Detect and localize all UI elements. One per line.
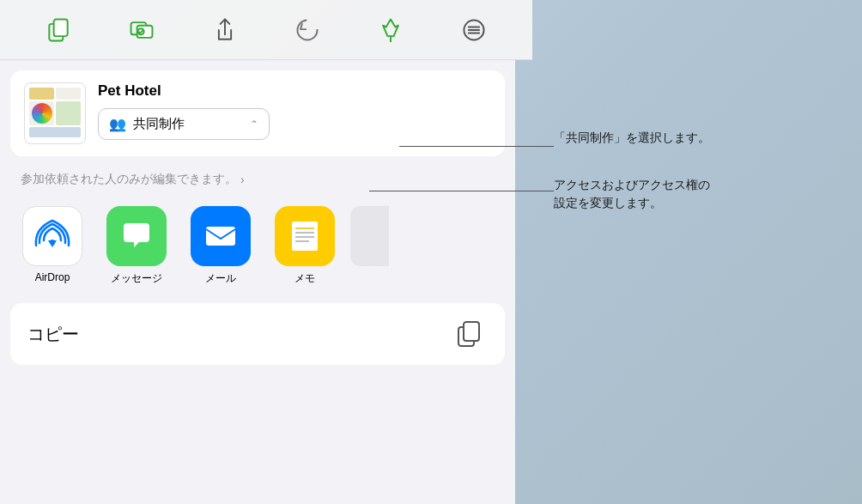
annotation-collab-text: 「共同制作」を選択します。 xyxy=(554,131,710,144)
app-more[interactable] xyxy=(350,206,389,286)
doc-thumbnail xyxy=(24,82,86,144)
more-app-icon xyxy=(350,206,389,266)
notes-label: メモ xyxy=(294,271,315,286)
svg-rect-15 xyxy=(206,227,235,246)
svg-rect-17 xyxy=(292,222,318,251)
doc-info-card: Pet Hotel 👥 共同制作 ⌃ xyxy=(10,70,505,156)
share-button[interactable] xyxy=(206,11,244,49)
collab-people-icon: 👥 xyxy=(109,116,126,132)
collab-label: 共同制作 xyxy=(133,116,243,132)
svg-rect-24 xyxy=(464,322,479,341)
menu-button[interactable] xyxy=(455,11,493,49)
airdrop-icon xyxy=(22,206,82,266)
notes-icon xyxy=(275,206,335,266)
pin-button[interactable] xyxy=(372,11,410,49)
permission-arrow: › xyxy=(240,173,245,186)
mail-icon xyxy=(191,206,251,266)
copy-row[interactable]: コピー xyxy=(10,303,505,365)
annotation-collab: 「共同制作」を選択します。 xyxy=(554,129,837,147)
duplicate-button[interactable] xyxy=(39,11,77,49)
doc-title: Pet Hotel xyxy=(98,82,491,100)
collab-dropdown[interactable]: 👥 共同制作 ⌃ xyxy=(98,108,270,140)
messages-label: メッセージ xyxy=(111,271,162,286)
app-notes[interactable]: メモ xyxy=(266,206,343,286)
svg-point-12 xyxy=(50,240,55,245)
undo-button[interactable] xyxy=(288,11,326,49)
annotation-access-text: アクセスおよびアクセス権の設定を変更します。 xyxy=(554,178,710,209)
svg-rect-1 xyxy=(54,19,68,36)
app-mail[interactable]: メール xyxy=(182,206,259,286)
permission-text: 参加依頼された人のみが編集できます。 xyxy=(21,172,237,187)
apps-row: AirDrop メッセージ メール xyxy=(0,196,515,296)
chevron-icon: ⌃ xyxy=(250,118,258,131)
toolbar xyxy=(0,0,532,60)
airdrop-label: AirDrop xyxy=(35,271,70,283)
annotation-line-1 xyxy=(399,146,554,147)
mail-label: メール xyxy=(205,271,236,286)
annotation-line-2 xyxy=(369,191,554,191)
copy-label: コピー xyxy=(27,323,79,346)
annotation-access: アクセスおよびアクセス権の設定を変更します。 xyxy=(554,176,837,212)
gallery-button[interactable] xyxy=(123,11,161,49)
share-sheet: Pet Hotel 👥 共同制作 ⌃ 参加依頼された人のみが編集できます。 › xyxy=(0,60,515,504)
app-messages[interactable]: メッセージ xyxy=(98,206,175,286)
app-airdrop[interactable]: AirDrop xyxy=(14,206,91,286)
messages-icon xyxy=(106,206,167,266)
copy-icon xyxy=(453,317,488,351)
doc-details: Pet Hotel 👥 共同制作 ⌃ xyxy=(98,82,491,140)
svg-rect-22 xyxy=(350,206,389,266)
